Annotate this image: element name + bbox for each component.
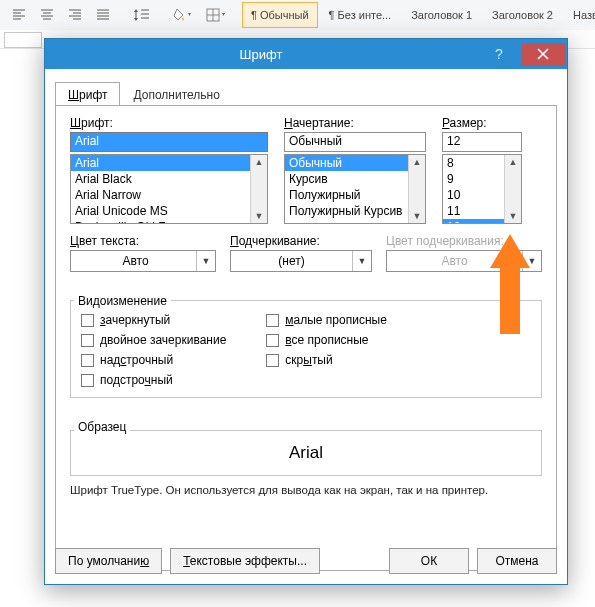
effects-group-label: Видоизменение xyxy=(74,294,171,308)
underline-dropdown[interactable]: (нет) ▼ xyxy=(230,250,372,272)
align-left-button[interactable] xyxy=(6,2,32,28)
superscript-checkbox[interactable]: надстрочный xyxy=(81,353,226,367)
close-icon xyxy=(537,48,549,60)
style-title[interactable]: Название xyxy=(564,2,595,28)
tab-advanced[interactable]: Дополнительно xyxy=(120,82,232,106)
font-dialog: Шрифт ? Шрифт Дополнительно Шрифт: Arial… xyxy=(44,38,568,585)
scrollbar[interactable]: ▲▼ xyxy=(504,155,521,223)
list-item[interactable]: Обычный xyxy=(285,155,408,171)
scroll-down-icon[interactable]: ▼ xyxy=(255,209,264,223)
chevron-down-icon: ▼ xyxy=(196,251,215,271)
tab-font[interactable]: Шрифт xyxy=(55,82,120,106)
style-no-spacing[interactable]: ¶ Без инте... xyxy=(320,2,401,28)
scroll-down-icon[interactable]: ▼ xyxy=(413,209,422,223)
chevron-down-icon: ▼ xyxy=(352,251,371,271)
style-heading1[interactable]: Заголовок 1 xyxy=(402,2,481,28)
list-item[interactable]: Arial xyxy=(71,155,250,171)
shading-button[interactable] xyxy=(168,2,198,28)
list-item[interactable]: Arial Narrow xyxy=(71,187,250,203)
list-item[interactable]: 8 xyxy=(443,155,504,171)
list-item[interactable]: 10 xyxy=(443,187,504,203)
allcaps-checkbox[interactable]: все прописные xyxy=(266,333,387,347)
style-normal[interactable]: ¶ Обычный xyxy=(242,2,318,28)
align-center-button[interactable] xyxy=(34,2,60,28)
style-label: Начертание: xyxy=(284,116,426,130)
style-list[interactable]: Обычный Курсив Полужирный Полужирный Кур… xyxy=(284,154,426,224)
help-button[interactable]: ? xyxy=(477,46,521,62)
titlebar[interactable]: Шрифт ? xyxy=(45,39,567,69)
strike-checkbox[interactable]: зачеркнутый xyxy=(81,313,226,327)
align-right-button[interactable] xyxy=(62,2,88,28)
size-input[interactable]: 12 xyxy=(442,132,522,152)
font-list[interactable]: Arial Arial Black Arial Narrow Arial Uni… xyxy=(70,154,268,224)
style-input[interactable]: Обычный xyxy=(284,132,426,152)
text-effects-button[interactable]: Текстовые эффекты... xyxy=(170,548,320,574)
style-heading2[interactable]: Заголовок 2 xyxy=(483,2,562,28)
size-list[interactable]: 8 9 10 11 12 ▲▼ xyxy=(442,154,522,224)
scroll-down-icon[interactable]: ▼ xyxy=(509,209,518,223)
hidden-checkbox[interactable]: скрытый xyxy=(266,353,387,367)
list-item[interactable]: 11 xyxy=(443,203,504,219)
list-item[interactable]: Arial Black xyxy=(71,171,250,187)
ok-button[interactable]: ОК xyxy=(389,548,469,574)
list-item[interactable]: Полужирный Курсив xyxy=(285,203,408,219)
list-item[interactable]: 9 xyxy=(443,171,504,187)
preview-group-label: Образец xyxy=(74,420,130,434)
list-item[interactable]: 12 xyxy=(443,219,504,223)
scrollbar[interactable]: ▲▼ xyxy=(250,155,267,223)
underline-color-dropdown: Авто ▼ xyxy=(386,250,542,272)
scrollbar[interactable]: ▲▼ xyxy=(408,155,425,223)
list-item[interactable]: Baskerville Old Face xyxy=(71,219,250,223)
underline-color-label: Цвет подчеркивания: xyxy=(386,234,542,248)
cancel-button[interactable]: Отмена xyxy=(477,548,557,574)
underline-label: Подчеркивание: xyxy=(230,234,372,248)
color-label: Цвет текста: xyxy=(70,234,216,248)
scroll-up-icon[interactable]: ▲ xyxy=(413,155,422,169)
line-spacing-button[interactable] xyxy=(128,2,156,28)
font-label: Шрифт: xyxy=(70,116,268,130)
borders-button[interactable] xyxy=(200,2,230,28)
dialog-title: Шрифт xyxy=(45,47,477,62)
list-item[interactable]: Курсив xyxy=(285,171,408,187)
font-color-dropdown[interactable]: Авто ▼ xyxy=(70,250,216,272)
list-item[interactable]: Полужирный xyxy=(285,187,408,203)
font-input[interactable]: Arial xyxy=(70,132,268,152)
align-justify-button[interactable] xyxy=(90,2,116,28)
subscript-checkbox[interactable]: подстрочный xyxy=(81,373,226,387)
set-default-button[interactable]: По умолчанию xyxy=(55,548,162,574)
preview-note: Шрифт TrueType. Он используется для выво… xyxy=(70,484,542,496)
scroll-up-icon[interactable]: ▲ xyxy=(255,155,264,169)
scroll-up-icon[interactable]: ▲ xyxy=(509,155,518,169)
preview-text: Arial xyxy=(289,443,323,463)
smallcaps-checkbox[interactable]: малые прописные xyxy=(266,313,387,327)
chevron-down-icon: ▼ xyxy=(522,251,541,271)
preview-box: Arial xyxy=(70,430,542,476)
close-button[interactable] xyxy=(521,43,565,66)
list-item[interactable]: Arial Unicode MS xyxy=(71,203,250,219)
double-strike-checkbox[interactable]: двойное зачеркивание xyxy=(81,333,226,347)
size-label: Размер: xyxy=(442,116,522,130)
